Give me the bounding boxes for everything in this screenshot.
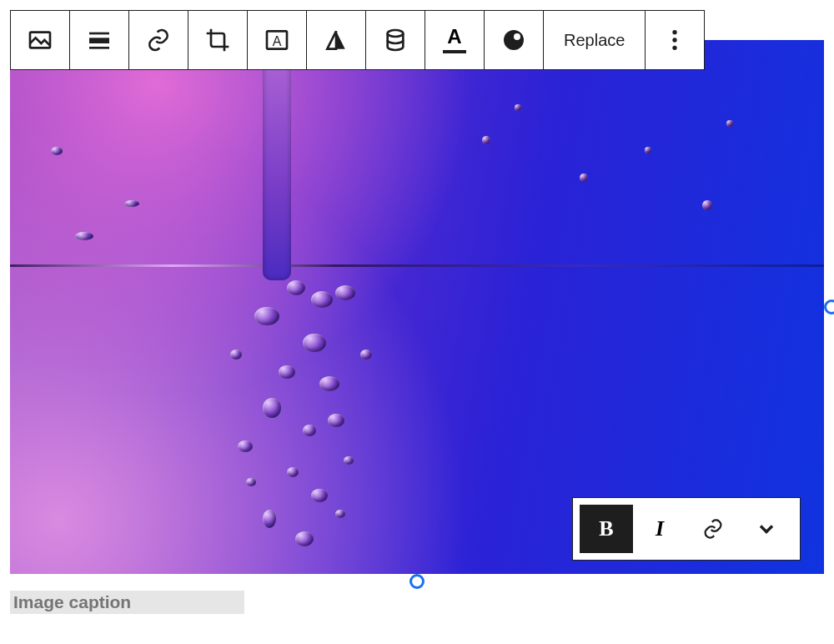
svg-rect-1	[89, 33, 109, 35]
svg-point-8	[514, 33, 520, 40]
svg-text:A: A	[273, 34, 282, 48]
svg-point-7	[504, 30, 524, 50]
inline-link-icon[interactable]	[686, 505, 740, 553]
typography-icon[interactable]: A	[425, 10, 485, 70]
image-block-icon[interactable]	[10, 10, 70, 70]
aspect-ratio-icon[interactable]	[365, 10, 425, 70]
svg-rect-3	[89, 47, 109, 49]
styles-icon[interactable]	[484, 10, 544, 70]
svg-point-6	[388, 30, 404, 37]
image-canvas[interactable]: B I	[10, 40, 824, 574]
block-toolbar: A A Replace	[10, 10, 705, 70]
svg-point-10	[673, 38, 677, 42]
replace-button[interactable]: Replace	[543, 10, 646, 70]
svg-point-11	[673, 46, 677, 50]
more-options-icon[interactable]	[645, 10, 705, 70]
crop-icon[interactable]	[188, 10, 248, 70]
link-icon[interactable]	[128, 10, 188, 70]
duotone-icon[interactable]	[306, 10, 366, 70]
align-icon[interactable]	[69, 10, 129, 70]
selected-image[interactable]	[10, 40, 824, 574]
inline-format-toolbar: B I	[572, 497, 801, 561]
italic-button[interactable]: I	[633, 505, 686, 553]
bold-button[interactable]: B	[580, 505, 633, 553]
resize-handle-bottom[interactable]	[409, 574, 425, 589]
svg-point-9	[673, 30, 677, 34]
resize-handle-right[interactable]	[824, 299, 834, 314]
svg-rect-2	[89, 38, 109, 43]
chevron-down-icon[interactable]	[740, 505, 793, 553]
image-caption-input[interactable]	[10, 591, 244, 614]
text-over-image-icon[interactable]: A	[247, 10, 307, 70]
